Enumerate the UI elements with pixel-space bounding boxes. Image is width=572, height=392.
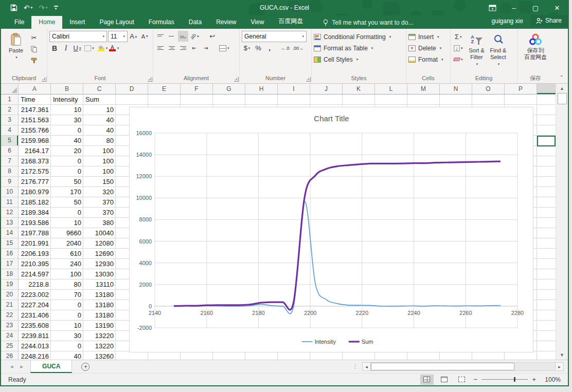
shrink-font-icon[interactable]: A▼ bbox=[140, 31, 150, 42]
cell-C12[interactable]: 370 bbox=[83, 208, 116, 218]
save-to-baidu-button[interactable]: 保存到 百度网盘 bbox=[521, 30, 550, 61]
sheet-nav-left-icon[interactable]: ◂ bbox=[10, 363, 13, 370]
cell-A21[interactable]: 2227.204 bbox=[19, 300, 51, 310]
column-header-D[interactable]: D bbox=[116, 84, 148, 94]
cell-A15[interactable]: 2201.991 bbox=[19, 238, 51, 249]
format-cells-button[interactable]: Format▾ bbox=[408, 54, 443, 65]
cut-scissors-icon[interactable]: ✂ bbox=[29, 32, 39, 43]
row-header-13[interactable]: 13 bbox=[1, 218, 18, 228]
merge-center-icon[interactable]: ▾ bbox=[218, 43, 230, 53]
grow-font-icon[interactable]: A▲ bbox=[129, 31, 139, 42]
cell-B15[interactable]: 2040 bbox=[51, 238, 83, 249]
underline-icon[interactable]: U▾ bbox=[72, 43, 82, 53]
column-header-N[interactable]: N bbox=[440, 84, 472, 94]
cell-C4[interactable]: 40 bbox=[83, 125, 116, 136]
zoom-level[interactable]: 100% bbox=[541, 376, 561, 383]
scroll-down-icon[interactable]: ▼ bbox=[556, 350, 568, 360]
cell-C2[interactable]: 10 bbox=[83, 105, 116, 115]
cell-B20[interactable]: 70 bbox=[51, 290, 83, 300]
ribbon-display-options-icon[interactable] bbox=[481, 0, 503, 15]
cell-C22[interactable]: 13180 bbox=[83, 310, 116, 321]
orientation-icon[interactable]: ab▾ bbox=[189, 31, 200, 42]
cell-A2[interactable]: 2147.361 bbox=[19, 105, 51, 115]
font-color-icon[interactable]: A▾ bbox=[108, 43, 118, 53]
find-select-button[interactable]: Find & Select▾ bbox=[488, 30, 509, 67]
font-dialog-launcher[interactable] bbox=[148, 77, 152, 82]
cell-C6[interactable]: 100 bbox=[83, 146, 116, 156]
sort-filter-button[interactable]: AZ Sort & Filter▾ bbox=[466, 30, 488, 67]
row-header-10[interactable]: 10 bbox=[1, 187, 18, 197]
cell-A12[interactable]: 2189.384 bbox=[19, 208, 51, 218]
column-header-partial-selected[interactable] bbox=[537, 84, 556, 94]
cell-A14[interactable]: 2197.788 bbox=[19, 228, 51, 238]
cell-C18[interactable]: 13030 bbox=[83, 269, 116, 279]
cell-B16[interactable]: 610 bbox=[51, 249, 83, 259]
new-sheet-button[interactable]: + bbox=[81, 360, 90, 373]
row-header-14[interactable]: 14 bbox=[1, 228, 18, 238]
cell-B21[interactable]: 0 bbox=[51, 300, 83, 310]
row-header-8[interactable]: 8 bbox=[1, 166, 18, 177]
row-header-18[interactable]: 18 bbox=[1, 269, 18, 279]
cell-B3[interactable]: 30 bbox=[51, 115, 83, 125]
maximize-button[interactable]: ▢ bbox=[525, 0, 546, 15]
share-button[interactable]: Share bbox=[530, 15, 568, 27]
active-cell[interactable] bbox=[537, 136, 556, 146]
cell-A10[interactable]: 2180.979 bbox=[19, 187, 51, 197]
cell-C25[interactable]: 13220 bbox=[83, 341, 116, 351]
ribbon-tab-百度网盘[interactable]: 百度网盘 bbox=[271, 14, 310, 29]
cell-B8[interactable]: 0 bbox=[51, 166, 83, 177]
paste-button[interactable]: Paste▾ bbox=[3, 30, 29, 61]
row-header-15[interactable]: 15 bbox=[1, 238, 18, 249]
horizontal-scroll-thumb[interactable] bbox=[371, 363, 514, 370]
scroll-up-icon[interactable]: ▲ bbox=[556, 84, 568, 93]
cell-A24[interactable]: 2239.811 bbox=[19, 331, 51, 341]
row-header-2[interactable]: 2 bbox=[1, 105, 18, 115]
cell-B7[interactable]: 0 bbox=[51, 156, 83, 166]
row-header-9[interactable]: 9 bbox=[1, 177, 18, 187]
cell-C1[interactable]: Sum bbox=[83, 95, 116, 105]
column-header-I[interactable]: I bbox=[278, 84, 310, 94]
ribbon-tab-insert[interactable]: Insert bbox=[62, 16, 92, 29]
wrap-text-icon[interactable]: ↩ bbox=[207, 31, 218, 42]
cell-C7[interactable]: 100 bbox=[83, 156, 116, 166]
align-middle-icon[interactable] bbox=[167, 31, 177, 42]
cell-A26[interactable]: 2248.216 bbox=[19, 351, 51, 360]
collapse-ribbon-icon[interactable]: ⌃ bbox=[560, 74, 564, 80]
number-format-select[interactable]: General▾ bbox=[242, 31, 307, 42]
scroll-right-icon[interactable]: ▸ bbox=[555, 362, 564, 371]
row-header-23[interactable]: 23 bbox=[1, 321, 18, 331]
cell-C19[interactable]: 13110 bbox=[83, 279, 116, 290]
fill-down-icon[interactable]: ↓▾ bbox=[453, 43, 464, 53]
user-name[interactable]: guigang xie bbox=[492, 17, 523, 25]
cell-A17[interactable]: 2210.395 bbox=[19, 259, 51, 269]
cell-A7[interactable]: 2168.373 bbox=[19, 156, 51, 166]
cell-B14[interactable]: 9660 bbox=[51, 228, 83, 238]
cell-C10[interactable]: 320 bbox=[83, 187, 116, 197]
cell-A8[interactable]: 2172.575 bbox=[19, 166, 51, 177]
sheet-nav-right-icon[interactable]: ▸ bbox=[21, 363, 24, 370]
vertical-scroll-thumb[interactable] bbox=[558, 93, 567, 104]
row-header-19[interactable]: 19 bbox=[1, 279, 18, 290]
borders-icon[interactable]: ▾ bbox=[83, 43, 95, 53]
percent-style-icon[interactable]: % bbox=[253, 43, 263, 53]
customize-qat-icon[interactable]: ▾ bbox=[52, 5, 60, 11]
row-header-4[interactable]: 4 bbox=[1, 125, 18, 136]
cell-B4[interactable]: 0 bbox=[51, 125, 83, 136]
row-header-26[interactable]: 26 bbox=[1, 351, 18, 360]
align-bottom-icon[interactable] bbox=[178, 31, 188, 42]
cell-C15[interactable]: 12080 bbox=[83, 238, 116, 249]
column-header-L[interactable]: L bbox=[375, 84, 407, 94]
align-center-icon[interactable] bbox=[167, 43, 177, 53]
sheet-tab-guca[interactable]: GUCA bbox=[30, 360, 72, 373]
font-size-select[interactable]: 11▾ bbox=[108, 31, 128, 42]
ribbon-tab-review[interactable]: Review bbox=[209, 16, 243, 29]
column-header-A[interactable]: A bbox=[19, 84, 51, 94]
row-header-1[interactable]: 1 bbox=[1, 95, 18, 105]
column-header-F[interactable]: F bbox=[181, 84, 213, 94]
cell-C17[interactable]: 12930 bbox=[83, 259, 116, 269]
row-header-3[interactable]: 3 bbox=[1, 115, 18, 125]
cell-B22[interactable]: 0 bbox=[51, 310, 83, 321]
bold-icon[interactable]: B bbox=[49, 43, 60, 53]
cell-A4[interactable]: 2155.766 bbox=[19, 125, 51, 136]
cell-B24[interactable]: 30 bbox=[51, 331, 83, 341]
